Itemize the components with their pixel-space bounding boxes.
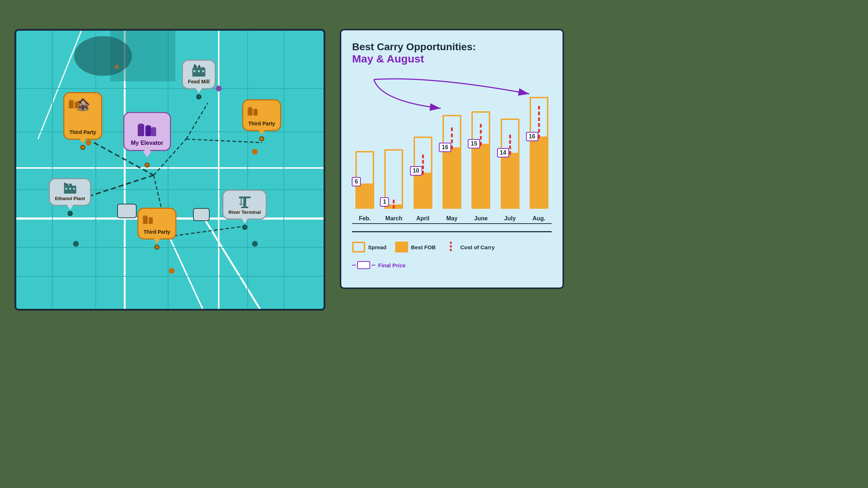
bar-june: 15 June [468, 111, 493, 209]
bubble-third-party-top-right: Third Party [242, 99, 281, 131]
pin-third-party-top-left[interactable]: 🏚️ Third Party [63, 92, 102, 150]
bar-fob-aug [530, 137, 548, 209]
elevator-icon [137, 118, 158, 137]
map-background [16, 31, 324, 309]
legend-swatch-spread [352, 242, 365, 252]
chart-panel: Best Carry Opportunities: May & August [340, 29, 564, 289]
bar-fob-may [442, 147, 461, 209]
label-feb: Feb. [359, 215, 371, 222]
legend-container: Spread Best FOB Cost of Carry [352, 231, 552, 269]
chart-title-block: Best Carry Opportunities: May & August [352, 41, 552, 65]
bar-carry-july [509, 135, 511, 155]
badge-aug: 16 [526, 132, 538, 141]
chart-subtitle: May & August [352, 53, 552, 65]
pin-ethanol-plant[interactable]: Ethanol Plant [49, 178, 91, 216]
bar-april: 10 April [410, 137, 436, 209]
pin-third-party-bottom[interactable]: Third Party [137, 208, 176, 250]
bar-carry-aug [538, 106, 540, 138]
svg-rect-83 [70, 183, 71, 185]
bar-carry-march [393, 200, 395, 209]
svg-rect-86 [73, 188, 75, 190]
chart-legend: Spread Best FOB Cost of Carry [352, 238, 552, 269]
dashed-legend-icon [444, 242, 457, 252]
dot-third-party-top-right [259, 136, 264, 141]
svg-rect-48 [201, 67, 204, 69]
svg-rect-88 [239, 197, 251, 198]
legend-label-price: Final Price [378, 262, 406, 268]
pin-river-terminal[interactable]: River Terminal [222, 190, 267, 230]
bar-fob-april [414, 173, 432, 209]
label-may: May [446, 215, 457, 222]
label-my-elevator: My Elevator [131, 140, 163, 146]
bar-feb: 6 Feb. [352, 151, 377, 209]
pin-my-elevator[interactable]: My Elevator [123, 112, 171, 168]
bar-march: 1 March [381, 149, 406, 209]
bar-fob-june [471, 144, 490, 209]
dot-my-elevator [145, 163, 150, 168]
bubble-third-party-top-left: 🏚️ Third Party [63, 92, 102, 140]
bubble-my-elevator: My Elevator [123, 112, 171, 151]
badge-july: 14 [497, 148, 509, 157]
bar-carry-april [422, 155, 424, 174]
badge-march: 1 [380, 197, 389, 207]
label-aug: Aug. [533, 215, 546, 222]
legend-best-fob: Best FOB [395, 242, 436, 252]
svg-rect-52 [198, 70, 200, 72]
bar-july: 14 July [497, 118, 522, 209]
bar-fob-july [501, 153, 519, 209]
dot-river-terminal [242, 225, 247, 230]
svg-rect-51 [193, 70, 196, 72]
svg-rect-50 [198, 65, 200, 68]
label-april: April [416, 215, 429, 222]
silo-icon-topright [246, 103, 262, 116]
dot-third-party-bottom [154, 245, 159, 250]
svg-rect-49 [194, 64, 196, 67]
legend-final-price: Final Price [352, 261, 406, 269]
chart-bars-area: 6 Feb. 1 March [352, 72, 552, 224]
svg-rect-53 [202, 70, 204, 72]
bar-carry-may [451, 128, 453, 149]
silo-icon-topleft [67, 95, 83, 109]
chart-title: Best Carry Opportunities: [352, 41, 552, 53]
legend-cost-of-carry: Cost of Carry [444, 242, 495, 252]
bar-fob-feb [355, 183, 374, 209]
label-march: March [385, 215, 402, 222]
bar-aug: 16 Aug. [526, 97, 552, 209]
silo-icon-bottom [141, 211, 157, 225]
label-july: July [504, 215, 516, 222]
svg-rect-84 [65, 188, 67, 190]
badge-june: 15 [468, 139, 480, 148]
badge-feb: 6 [352, 177, 361, 186]
crane-icon [238, 194, 252, 208]
legend-label-carry: Cost of Carry [460, 244, 495, 250]
svg-rect-82 [64, 183, 65, 185]
legend-swatch-badge [357, 261, 370, 269]
svg-rect-87 [243, 197, 246, 207]
label-third-party-top-left: Third Party [69, 129, 96, 135]
label-third-party-top-right: Third Party [248, 121, 275, 126]
ethanol-factory-icon [63, 183, 77, 194]
label-river-terminal: River Terminal [228, 210, 261, 215]
legend-swatch-carry [444, 242, 457, 252]
bubble-ethanol-plant: Ethanol Plant [49, 178, 91, 206]
badge-april: 10 [410, 166, 422, 176]
label-feed-mill: Feed Mill [188, 79, 210, 85]
bubble-river-terminal: River Terminal [222, 190, 267, 220]
legend-spread: Spread [352, 242, 386, 252]
svg-rect-80 [65, 183, 68, 187]
badge-may: 16 [439, 143, 451, 152]
map-panel: 🏚️ Third Party [14, 29, 325, 311]
legend-label-fob: Best FOB [411, 244, 436, 250]
label-third-party-bottom: Third Party [144, 229, 170, 235]
pin-third-party-top-right[interactable]: Third Party [242, 99, 281, 141]
bar-may: 16 May [439, 115, 465, 209]
dot-third-party-top-left [80, 145, 85, 150]
pin-feed-mill[interactable]: Feed Mill [182, 60, 216, 99]
label-ethanol-plant: Ethanol Plant [55, 196, 85, 201]
bubble-third-party-bottom: Third Party [137, 208, 176, 239]
factory-icon [191, 64, 206, 77]
label-june: June [474, 215, 488, 222]
legend-label-spread: Spread [368, 244, 386, 250]
bubble-feed-mill: Feed Mill [182, 60, 216, 89]
legend-line-left [352, 265, 356, 265]
